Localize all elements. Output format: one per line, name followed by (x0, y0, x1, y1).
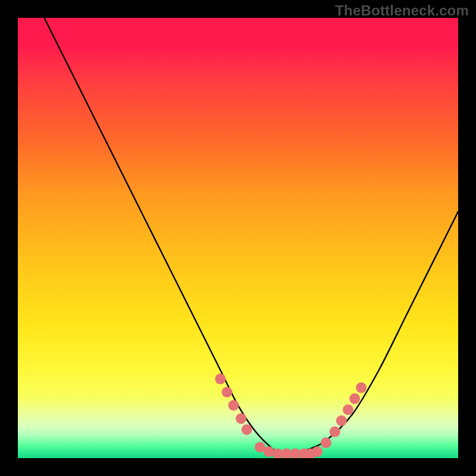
curve-marker (236, 413, 246, 424)
curve-marker (321, 437, 331, 448)
curve-marker (228, 400, 239, 411)
curve-marker (215, 374, 226, 384)
chart-frame: TheBottleneck.com (0, 0, 476, 476)
curve-marker (349, 393, 360, 404)
plot-area (18, 18, 458, 458)
curve-marker (343, 405, 353, 415)
curve-marker (312, 446, 322, 457)
curve-marker (336, 415, 347, 426)
curve-marker (356, 383, 367, 393)
chart-svg (18, 18, 458, 458)
curve-marker (222, 387, 233, 397)
watermark-text: TheBottleneck.com (335, 2, 469, 19)
curve-marker (330, 427, 340, 437)
curve-markers (215, 374, 367, 458)
bottleneck-curve (44, 18, 458, 454)
curve-marker (242, 424, 252, 435)
